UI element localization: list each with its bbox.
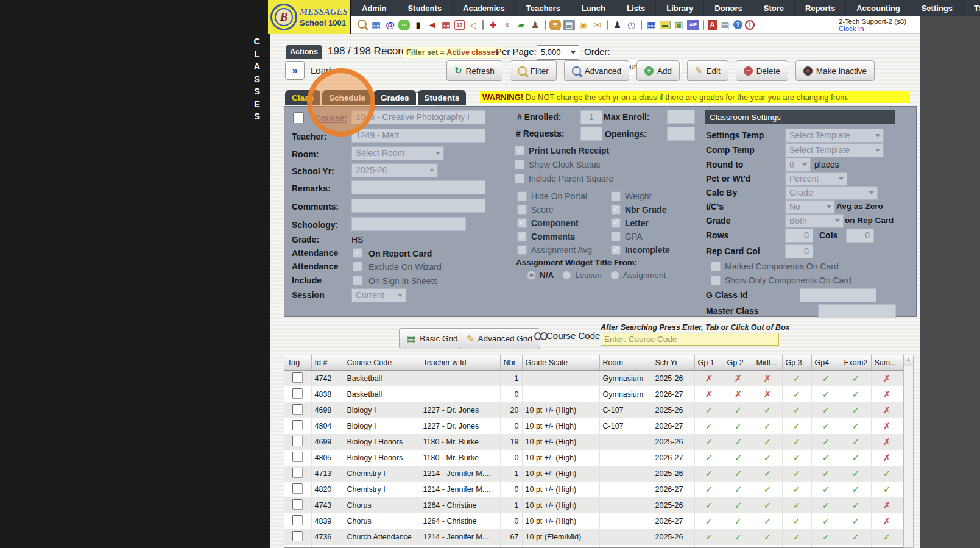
column-header[interactable]: Room <box>599 355 652 371</box>
flag-checkbox[interactable] <box>515 160 524 169</box>
column-header[interactable]: Course Code <box>344 355 420 371</box>
course-code-search-input[interactable] <box>601 333 779 346</box>
row-tag-checkbox[interactable] <box>292 515 303 525</box>
nav-accounting[interactable]: Accounting <box>846 0 911 16</box>
table-row[interactable]: 4742 Basketball 1 Gymnasium 2025-26 ✗ ✗ … <box>284 371 903 387</box>
session-select[interactable]: Current <box>351 288 406 302</box>
pct-select[interactable]: Percent <box>785 172 847 186</box>
flag-checkbox[interactable] <box>517 218 527 228</box>
exclude-on-wizard-checkbox[interactable] <box>353 262 362 271</box>
rows-input[interactable]: 0 <box>785 229 813 243</box>
nav-teachers[interactable]: Teachers <box>516 0 571 16</box>
actions-tab[interactable]: Actions <box>286 45 322 59</box>
on-report-card-checkbox[interactable] <box>353 248 362 258</box>
column-header[interactable]: Gp 1 <box>694 355 724 371</box>
nav-academics[interactable]: Academics <box>453 0 516 16</box>
column-header[interactable]: Teacher w Id <box>420 355 500 371</box>
table-row[interactable]: 4805 Biology I Honors 1180 - Mr. Burke 0… <box>284 450 903 466</box>
nav-store[interactable]: Store <box>753 0 795 16</box>
lunch-icon[interactable]: ≡ <box>549 20 561 30</box>
megaphone-icon[interactable]: ◁ <box>467 20 479 30</box>
widget-title-radio[interactable] <box>610 271 619 280</box>
add-button[interactable]: +Add <box>636 60 680 81</box>
row-tag-checkbox[interactable] <box>292 452 303 462</box>
flag-checkbox[interactable] <box>517 205 527 215</box>
table-row[interactable]: 4820 Chemistry I 1214 - Jennifer M.... 0… <box>284 482 903 497</box>
table-row[interactable]: 4713 Chemistry I 1214 - Jennifer M.... 1… <box>284 466 903 482</box>
tab-grades[interactable]: Grades <box>374 90 416 105</box>
nav-settings[interactable]: Settings <box>911 0 964 16</box>
row-tag-checkbox[interactable] <box>292 420 303 430</box>
table-row[interactable]: 4804 Biology I 1227 - Dr. Jones 0 10 pt … <box>284 418 903 434</box>
round-to-select[interactable]: 0 <box>785 158 811 172</box>
filter-button[interactable]: Filter <box>510 60 557 81</box>
refresh-button[interactable]: ↻Refresh <box>446 60 502 81</box>
table-scrollbar[interactable]: ▲ <box>903 355 914 548</box>
course-input[interactable]: 1045 - Creative Photography I <box>351 110 485 124</box>
course-link[interactable]: Course: <box>315 113 347 123</box>
flag-checkbox[interactable] <box>517 232 527 241</box>
row-tag-checkbox[interactable] <box>292 468 303 478</box>
notebook-icon[interactable]: ▤ <box>563 20 575 30</box>
money-icon[interactable]: ▰ <box>515 20 527 30</box>
date-calendar-icon[interactable]: 17 <box>454 20 465 30</box>
printer-icon[interactable]: ▤ <box>719 20 731 30</box>
advanced-grid-button[interactable]: ✎Advanced Grid <box>459 328 540 349</box>
nav-lists[interactable]: Lists <box>616 0 656 16</box>
calc-by-select[interactable]: Grade <box>785 186 878 200</box>
ics-select[interactable]: No <box>785 200 835 214</box>
family-icon[interactable]: ♟ <box>529 20 541 30</box>
clock-in-link[interactable]: Clock In <box>839 25 864 32</box>
flag-checkbox[interactable] <box>611 245 621 255</box>
bell-icon[interactable]: ◉ <box>577 20 589 30</box>
on-sign-in-sheets-checkbox[interactable] <box>353 276 362 285</box>
course-tag-checkbox[interactable] <box>293 112 304 123</box>
help-icon[interactable]: ? <box>733 20 742 29</box>
tab-students[interactable]: Students <box>418 90 467 105</box>
send-message-icon[interactable]: ✉ <box>591 20 603 30</box>
room-select[interactable]: Select Room <box>351 146 444 160</box>
column-header[interactable]: Tag <box>284 355 311 371</box>
column-header[interactable]: Gp 3 <box>782 355 811 371</box>
table-row[interactable]: 4743 Chorus 1264 - Christine 1 10 pt +/-… <box>284 497 903 513</box>
nav-ts[interactable]: TS <box>964 0 980 16</box>
remarks-input[interactable] <box>351 180 485 194</box>
search-icon[interactable] <box>356 20 368 30</box>
cs-grade-select[interactable]: Both <box>785 214 844 228</box>
cols-input[interactable]: 0 <box>846 229 874 243</box>
row-tag-checkbox[interactable] <box>292 372 303 383</box>
column-header[interactable]: Sch Yr <box>652 355 694 371</box>
column-header[interactable]: Sum... <box>871 355 903 371</box>
flag-checkbox[interactable] <box>611 191 621 201</box>
sidebar-classes-label[interactable]: CLASSES <box>252 35 263 123</box>
school-yr-select[interactable]: 2025-26 <box>351 163 438 177</box>
table-row[interactable]: 4839 Chorus 1264 - Christine 0 10 pt +/-… <box>284 513 903 529</box>
table-row[interactable]: 4838 Basketball 0 Gymnasium 2026-27 ✗ ✗ … <box>284 386 903 402</box>
make-inactive-button[interactable]: ●Make Inactive <box>795 60 875 81</box>
column-header[interactable]: Midt... <box>753 355 782 371</box>
cs-checkbox[interactable] <box>711 276 721 285</box>
table-row[interactable]: 4698 Biology I 1227 - Dr. Jones 20 10 pt… <box>284 402 903 418</box>
column-header[interactable]: Gp 2 <box>724 355 753 371</box>
advanced-button[interactable]: Advanced <box>564 60 629 81</box>
flag-checkbox[interactable] <box>611 205 621 215</box>
scroll-up-icon[interactable]: ▲ <box>904 355 913 366</box>
id-card-icon[interactable]: ▬ <box>660 21 671 29</box>
mobile-phone-icon[interactable]: ▮ <box>412 20 424 30</box>
column-header[interactable]: Grade Scale <box>522 355 599 371</box>
calendar-icon[interactable]: ▦ <box>370 20 382 30</box>
nav-lunch[interactable]: Lunch <box>571 0 616 16</box>
max-enroll-input[interactable] <box>667 110 695 124</box>
staff-icon[interactable]: ♟ <box>612 20 623 30</box>
tab-schedule[interactable]: Schedule <box>322 90 372 105</box>
edit-button[interactable]: ✎Edit <box>687 60 728 81</box>
teacher-input[interactable]: 1249 - Matt <box>351 129 485 143</box>
tab-class[interactable]: Class <box>285 90 320 105</box>
nav-library[interactable]: Library <box>656 0 704 16</box>
basic-grid-button[interactable]: ▦Basic Grid <box>399 328 465 349</box>
speaker-icon[interactable]: ◀ <box>426 20 438 30</box>
column-header[interactable]: Gp4 <box>811 355 841 371</box>
clock-icon[interactable]: ◷ <box>626 20 637 30</box>
gradebook-icon[interactable]: ▦ <box>646 20 657 30</box>
card-printer-icon[interactable]: ▣ <box>673 20 685 30</box>
